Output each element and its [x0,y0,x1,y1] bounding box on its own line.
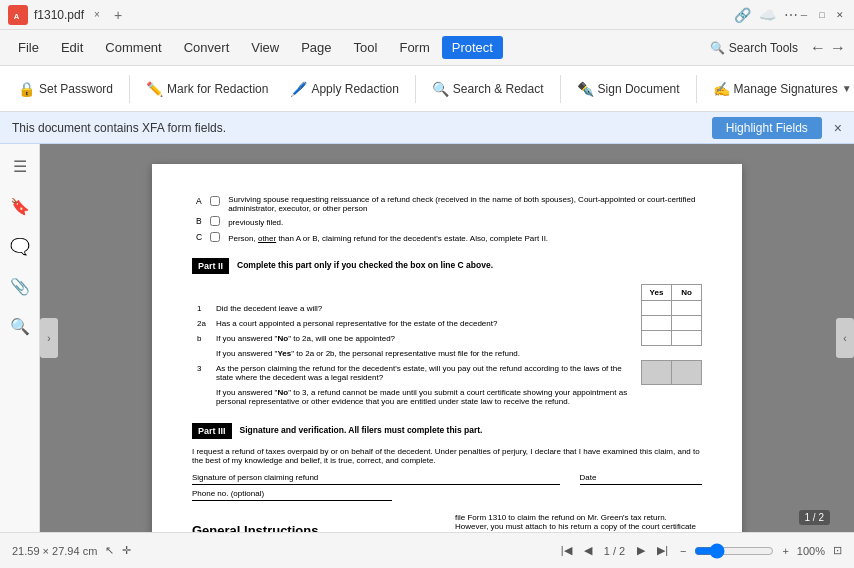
manage-signatures-icon: ✍️ [713,81,730,97]
table-row: If you answered "No" to 3, a refund cann… [192,385,702,409]
menu-item-convert[interactable]: Convert [174,36,240,59]
title-bar-left: A f1310.pdf × + [8,5,734,25]
collapse-right-button[interactable]: ‹ [836,318,854,358]
sidebar-search-icon[interactable]: 🔍 [6,312,34,340]
toolbar-btn-set-password[interactable]: 🔒Set Password [8,77,123,101]
notification-message: This document contains XFA form fields. [12,121,226,135]
table-row: b If you answered "No" to 2a, will one b… [192,331,702,346]
apply-redaction-icon: 🖊️ [290,81,307,97]
crosshair-icon[interactable]: ✛ [122,544,131,557]
bottom-bar-left: 21.59 × 27.94 cm ↖ ✛ [12,544,549,557]
more-icon[interactable]: ⋯ [784,7,798,23]
menu-item-view[interactable]: View [241,36,289,59]
menu-item-page[interactable]: Page [291,36,341,59]
notification-close-button[interactable]: × [834,120,842,136]
menu-item-tool[interactable]: Tool [344,36,388,59]
search-tools-button[interactable]: 🔍 Search Tools [700,37,808,59]
fit-page-button[interactable]: ⊡ [833,544,842,557]
close-button[interactable]: ✕ [834,9,846,21]
right-col-text: file Form 1310 to claim the refund on Mr… [455,513,702,533]
close-tab-button[interactable]: × [94,9,100,20]
part3-title: Signature and verification. All filers m… [240,425,483,435]
zoom-out-button[interactable]: − [680,545,686,557]
row-c-letter: C [192,230,206,246]
dropdown-arrow-icon: ▼ [842,83,852,94]
cloud-icon[interactable]: ☁️ [759,7,776,23]
date-line: Date [580,473,703,485]
main-area: ☰ 🔖 🗨️ 📎 🔍 › A Surviving spouse requesti… [0,144,854,532]
part2-title: Complete this part only if you checked t… [237,260,493,270]
next-page-button[interactable]: ▶ [633,542,649,559]
toolbar-divider-1 [129,75,130,103]
table-row: 3 As the person claiming the refund for … [192,361,702,385]
menu-items: FileEditCommentConvertViewPageToolFormPr… [8,36,503,59]
title-bar: A f1310.pdf × + 🔗 ☁️ ⋯ ─ □ ✕ [0,0,854,30]
page-nav-text: 1 / 2 [604,545,625,557]
row-c-text: Person, other than A or B, claiming refu… [224,230,702,246]
menu-bar: FileEditCommentConvertViewPageToolFormPr… [0,30,854,66]
manage-signatures-label: Manage Signatures [734,82,838,96]
right-column: file Form 1310 to claim the refund on Mr… [455,513,702,533]
toolbar-btn-mark-for-redaction[interactable]: ✏️Mark for Redaction [136,77,278,101]
sidebar-bookmark-icon[interactable]: 🔖 [6,192,34,220]
menu-item-protect[interactable]: Protect [442,36,503,59]
toolbar-btn-apply-redaction[interactable]: 🖊️Apply Redaction [280,77,408,101]
menu-item-comment[interactable]: Comment [95,36,171,59]
first-page-button[interactable]: |◀ [557,542,576,559]
part3-header: Part III [192,423,232,439]
notification-bar: This document contains XFA form fields. … [0,112,854,144]
table-row: 1 Did the decedent leave a will? [192,301,702,316]
sidebar-comment-icon[interactable]: 🗨️ [6,232,34,260]
row-b-text: previously filed. [224,214,702,230]
sign-document-label: Sign Document [598,82,680,96]
nav-back-icon[interactable]: ← [810,39,826,57]
phone-line: Phone no. (optional) [192,489,392,501]
search-tools-icon: 🔍 [710,41,725,55]
signature-text: I request a refund of taxes overpaid by … [192,447,702,465]
bottom-bar: 21.59 × 27.94 cm ↖ ✛ |◀ ◀ 1 / 2 ▶ ▶| − +… [0,532,854,568]
collapse-left-button[interactable]: › [40,318,58,358]
share-icon[interactable]: 🔗 [734,7,751,23]
apply-redaction-label: Apply Redaction [311,82,398,96]
table-row: 2a Has a court appointed a personal repr… [192,316,702,331]
page-badge-container: 1 / 2 [799,510,830,524]
sidebar-attachment-icon[interactable]: 📎 [6,272,34,300]
minimize-button[interactable]: ─ [798,9,810,21]
search-redact-label: Search & Redact [453,82,544,96]
cursor-icon[interactable]: ↖ [105,544,114,557]
mark-for-redaction-icon: ✏️ [146,81,163,97]
file-name: f1310.pdf [34,8,84,22]
sidebar-thumbnail-icon[interactable]: ☰ [6,152,34,180]
zoom-in-button[interactable]: + [782,545,788,557]
menu-item-file[interactable]: File [8,36,49,59]
app-icon: A [8,5,28,25]
row-a-text: Surviving spouse requesting reissuance o… [224,194,702,214]
toolbar-btn-search-redact[interactable]: 🔍Search & Redact [422,77,554,101]
bottom-bar-center: |◀ ◀ 1 / 2 ▶ ▶| [557,542,672,559]
svg-text:A: A [14,11,20,20]
checkbox-a[interactable] [210,196,220,206]
checkbox-c[interactable] [210,232,220,242]
new-tab-button[interactable]: + [114,7,122,23]
toolbar-divider-3 [415,75,416,103]
toolbar-divider-4 [560,75,561,103]
search-redact-icon: 🔍 [432,81,449,97]
nav-forward-icon[interactable]: → [830,39,846,57]
table-row: If you answered "Yes" to 2a or 2b, the p… [192,346,702,361]
last-page-button[interactable]: ▶| [653,542,672,559]
window-controls: ─ □ ✕ [798,9,846,21]
left-sidebar: ☰ 🔖 🗨️ 📎 🔍 [0,144,40,532]
maximize-button[interactable]: □ [816,9,828,21]
zoom-slider[interactable] [694,543,774,559]
toolbar-btn-sign-document[interactable]: ✒️Sign Document [567,77,690,101]
menu-item-edit[interactable]: Edit [51,36,93,59]
checkbox-b[interactable] [210,216,220,226]
prev-page-button[interactable]: ◀ [580,542,596,559]
set-password-icon: 🔒 [18,81,35,97]
toolbar-divider-5 [696,75,697,103]
toolbar-btn-manage-signatures[interactable]: ✍️Manage Signatures▼ [703,77,854,101]
menu-item-form[interactable]: Form [389,36,439,59]
toolbar: 🔒Set Password✏️Mark for Redaction🖊️Apply… [0,66,854,112]
toolbar-buttons: 🔒Set Password✏️Mark for Redaction🖊️Apply… [8,75,854,103]
highlight-fields-button[interactable]: Highlight Fields [712,117,822,139]
